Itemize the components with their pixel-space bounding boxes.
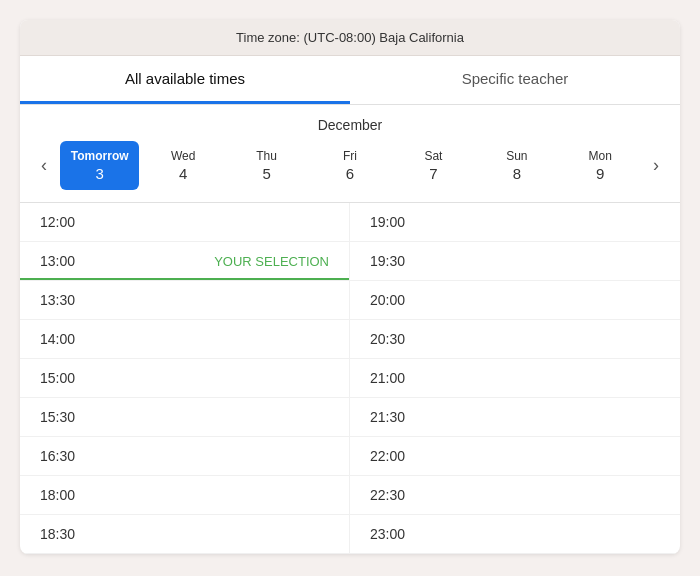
time-slot-right-4[interactable]: 21:00	[350, 359, 680, 398]
days-row: Tomorrow3Wed4Thu5Fri6Sat7Sun8Mon9	[60, 141, 640, 190]
time-slot-right-8[interactable]: 23:00	[350, 515, 680, 554]
day-cell-sun[interactable]: Sun8	[477, 141, 556, 190]
main-container: Time zone: (UTC-08:00) Baja California A…	[20, 20, 680, 554]
day-cell-sat[interactable]: Sat7	[394, 141, 473, 190]
timezone-label: Time zone: (UTC-08:00) Baja California	[236, 30, 464, 45]
day-cell-fri[interactable]: Fri6	[310, 141, 389, 190]
time-slot-right-6[interactable]: 22:00	[350, 437, 680, 476]
tab-all-available[interactable]: All available times	[20, 56, 350, 104]
month-label: December	[20, 105, 680, 141]
time-slot-left-1[interactable]: 13:00YOUR SELECTION	[20, 242, 350, 281]
time-slot-left-3[interactable]: 14:00	[20, 320, 350, 359]
time-slot-left-4[interactable]: 15:00	[20, 359, 350, 398]
time-slot-left-6[interactable]: 16:30	[20, 437, 350, 476]
prev-arrow[interactable]: ‹	[28, 150, 60, 182]
time-grid: 12:0019:0013:00YOUR SELECTION19:3013:302…	[20, 202, 680, 554]
calendar-nav: ‹ Tomorrow3Wed4Thu5Fri6Sat7Sun8Mon9 ›	[20, 141, 680, 202]
next-arrow[interactable]: ›	[640, 150, 672, 182]
time-slot-left-8[interactable]: 18:30	[20, 515, 350, 554]
time-slot-right-0[interactable]: 19:00	[350, 203, 680, 242]
time-slot-left-0[interactable]: 12:00	[20, 203, 350, 242]
timezone-bar: Time zone: (UTC-08:00) Baja California	[20, 20, 680, 56]
time-slot-right-1[interactable]: 19:30	[350, 242, 680, 281]
your-selection-label: YOUR SELECTION	[214, 254, 329, 269]
time-slot-right-3[interactable]: 20:30	[350, 320, 680, 359]
day-cell-wed[interactable]: Wed4	[143, 141, 222, 190]
time-slot-left-7[interactable]: 18:00	[20, 476, 350, 515]
time-slot-right-7[interactable]: 22:30	[350, 476, 680, 515]
time-slot-left-2[interactable]: 13:30	[20, 281, 350, 320]
tabs-container: All available times Specific teacher	[20, 56, 680, 105]
day-cell-tomorrow[interactable]: Tomorrow3	[60, 141, 139, 190]
tab-specific-teacher[interactable]: Specific teacher	[350, 56, 680, 104]
day-cell-thu[interactable]: Thu5	[227, 141, 306, 190]
time-slot-right-5[interactable]: 21:30	[350, 398, 680, 437]
time-slot-left-5[interactable]: 15:30	[20, 398, 350, 437]
day-cell-mon[interactable]: Mon9	[561, 141, 640, 190]
time-slot-right-2[interactable]: 20:00	[350, 281, 680, 320]
